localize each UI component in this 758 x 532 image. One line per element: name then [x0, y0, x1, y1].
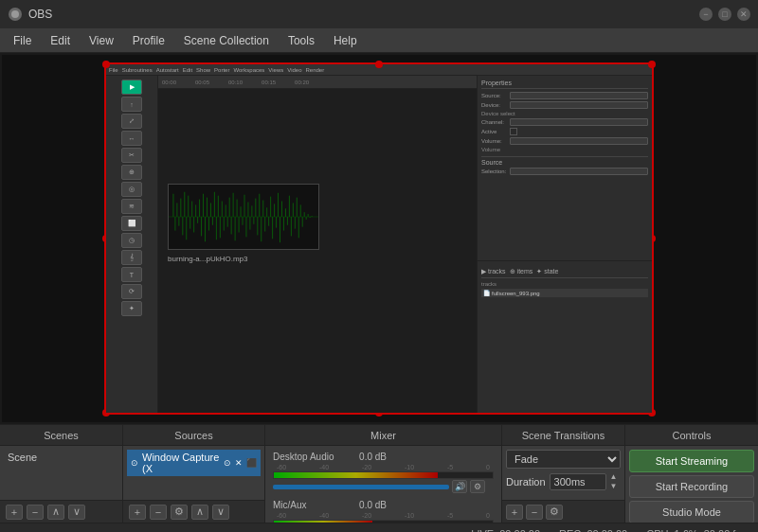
menu-profile[interactable]: Profile	[123, 31, 174, 50]
desktop-audio-controls: 🔊 ⚙	[269, 479, 497, 494]
desktop-audio-channel: Desktop Audio 0.0 dB	[269, 450, 497, 464]
inner-tool-14: ✦	[121, 301, 142, 316]
inner-tool-8: ≋	[121, 199, 142, 214]
desktop-audio-options[interactable]: ⚙	[470, 480, 485, 493]
handle-top-mid[interactable]	[375, 61, 383, 68]
source-settings-button[interactable]: ⚙	[171, 505, 188, 520]
scene-remove-button[interactable]: −	[27, 505, 44, 520]
inner-right-panel: Properties Source: Device: Device select…	[477, 76, 652, 413]
audio-filename: burning-a...pUkHO.mp3	[168, 255, 247, 263]
inner-tool-4: ↔	[121, 131, 142, 146]
inner-menu-autostart: Autostart	[156, 67, 179, 73]
scene-add-button[interactable]: +	[6, 505, 23, 520]
rec-status: REC: 00:00:00	[559, 528, 627, 533]
inner-obs-content: ▶ ↑ ⤢ ↔ ✂ ⊕ ◎ ≋ ⬜ ◷ 𝄞 T ⟳ ✦	[106, 76, 652, 413]
maximize-button[interactable]: □	[718, 8, 731, 21]
transitions-panel-content: Fade Cut Swipe Slide Duration ▲ ▼	[502, 446, 624, 500]
source-visibility-icon: ⊙	[131, 458, 138, 468]
inner-properties-panel: Properties Source: Device: Device select…	[478, 76, 652, 261]
inner-menu-render: Render	[305, 67, 324, 73]
inner-tool-10: ◷	[121, 233, 142, 248]
duration-up-arrow[interactable]: ▲	[610, 472, 618, 481]
duration-down-arrow[interactable]: ▼	[610, 482, 618, 490]
waveform-svg	[169, 185, 318, 249]
inner-menu-video: Video	[287, 67, 301, 73]
menu-tools[interactable]: Tools	[279, 31, 324, 50]
desktop-audio-fader[interactable]	[273, 485, 449, 489]
inner-tool-2: ↑	[121, 97, 142, 112]
inner-tool-7: ◎	[121, 182, 142, 197]
close-button[interactable]: ✕	[737, 8, 750, 21]
source-up-button[interactable]: ∧	[191, 505, 208, 520]
menubar: File Edit View Profile Scene Collection …	[0, 28, 758, 53]
inner-menu-show: Show	[196, 67, 210, 73]
inner-menu-workspaces: Workspaces	[233, 67, 264, 73]
inner-sources-panel: ▶ tracks⊕ items✦ state tracks 📄 fullscre…	[478, 264, 652, 413]
mic-aux-level	[274, 521, 372, 523]
mixer-panel-header: Mixer	[265, 425, 501, 446]
mixer-panel: Mixer Desktop Audio 0.0 dB -60-40-20-10-…	[265, 425, 502, 523]
transition-duration-row: Duration ▲ ▼	[506, 472, 621, 490]
duration-input[interactable]	[550, 473, 606, 490]
desktop-audio-mute[interactable]: 🔊	[452, 480, 467, 493]
inner-tool-11: 𝄞	[121, 250, 142, 265]
source-remove-button[interactable]: −	[150, 505, 167, 520]
sources-panel-content: ⊙ Window Capture (X ⊙ ✕ ⬛	[123, 446, 264, 500]
live-status: LIVE: 00:00:00	[471, 528, 540, 533]
transitions-panel-footer: + − ⚙	[502, 500, 624, 523]
mic-aux-db: 0.0 dB	[352, 500, 387, 510]
inner-menu-file: File	[109, 67, 118, 73]
statusbar: LIVE: 00:00:00 REC: 00:00:00 CPU: 1.6%, …	[0, 523, 758, 532]
transitions-panel-header: Scene Transitions	[502, 425, 624, 446]
svg-point-1	[11, 10, 19, 18]
titlebar-controls: − □ ✕	[699, 8, 750, 21]
start-streaming-button[interactable]: Start Streaming	[629, 450, 754, 472]
menu-edit[interactable]: Edit	[41, 31, 80, 50]
source-lock-icon: ⊙	[224, 458, 231, 468]
source-down-button[interactable]: ∨	[212, 505, 229, 520]
menu-view[interactable]: View	[80, 31, 123, 50]
menu-file[interactable]: File	[4, 31, 41, 50]
transition-remove-button[interactable]: −	[526, 505, 543, 520]
waveform-display	[168, 184, 319, 250]
source-item[interactable]: ⊙ Window Capture (X ⊙ ✕ ⬛	[127, 450, 261, 476]
handle-top-right[interactable]	[648, 61, 656, 68]
transition-settings-button[interactable]: ⚙	[546, 505, 563, 520]
menu-scene-collection[interactable]: Scene Collection	[174, 31, 279, 50]
controls-panel-header: Controls	[625, 425, 758, 446]
inner-menu-views: Views	[268, 67, 283, 73]
source-type-icon: ⬛	[246, 458, 257, 468]
window-title: OBS	[28, 8, 52, 21]
handle-top-left[interactable]	[102, 61, 110, 68]
scenes-panel-header: Scenes	[0, 425, 122, 446]
inner-menu-edit: Edit	[183, 67, 192, 73]
inner-tool-6: ⊕	[121, 165, 142, 180]
scene-item[interactable]: Scene	[4, 450, 118, 465]
meter-ticks-mic: -60-40-20-10-50	[273, 512, 494, 519]
inner-tool-12: T	[121, 267, 142, 282]
controls-panel-content: Start Streaming Start Recording Studio M…	[625, 446, 758, 523]
source-add-button[interactable]: +	[129, 505, 146, 520]
studio-mode-button[interactable]: Studio Mode	[629, 501, 754, 523]
source-close-icon: ✕	[235, 458, 243, 468]
start-recording-button[interactable]: Start Recording	[629, 475, 754, 498]
scene-down-button[interactable]: ∨	[68, 505, 85, 520]
mic-aux-channel: Mic/Aux 0.0 dB	[269, 498, 497, 512]
source-label: Window Capture (X	[142, 452, 220, 474]
transition-add-button[interactable]: +	[506, 505, 523, 520]
duration-label: Duration	[506, 476, 546, 488]
scene-up-button[interactable]: ∧	[47, 505, 64, 520]
mic-aux-label: Mic/Aux	[273, 500, 349, 510]
inner-tool-1: ▶	[121, 80, 142, 95]
minimize-button[interactable]: −	[699, 8, 713, 21]
inner-center-content: 00:0000:0500:1000:1500:20	[158, 76, 477, 413]
mixer-panel-content: Desktop Audio 0.0 dB -60-40-20-10-50 🔊 ⚙…	[265, 446, 501, 523]
scenes-panel-content: Scene	[0, 446, 122, 500]
menu-help[interactable]: Help	[324, 31, 367, 50]
desktop-audio-meter	[273, 471, 494, 479]
transition-type-select[interactable]: Fade Cut Swipe Slide	[506, 450, 621, 469]
inner-menu-sub: Subroutines	[122, 67, 153, 73]
inner-tool-5: ✂	[121, 148, 142, 163]
titlebar: OBS − □ ✕	[0, 0, 758, 28]
mic-aux-meter	[273, 520, 494, 523]
